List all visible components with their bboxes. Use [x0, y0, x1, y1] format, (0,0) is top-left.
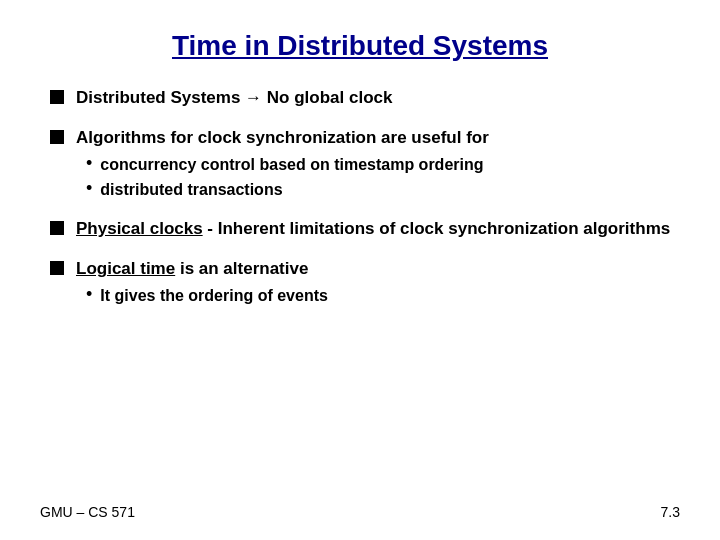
sub-bullet-dot-2-2: •	[86, 177, 92, 200]
bullet-text-3-rest: - Inherent limitations of clock synchron…	[203, 219, 671, 238]
bullet-item-3: Physical clocks - Inherent limitations o…	[50, 217, 680, 241]
bullet-item-2: Algorithms for clock synchronization are…	[50, 126, 680, 202]
sub-bullet-2-1: • concurrency control based on timestamp…	[76, 154, 489, 176]
sub-bullet-dot-4-1: •	[86, 283, 92, 306]
footer: GMU – CS 571 7.3	[40, 494, 680, 520]
sub-bullets-2: • concurrency control based on timestamp…	[76, 154, 489, 202]
content-area: Distributed Systems → No global clock Al…	[40, 86, 680, 494]
bullet-text-3: Physical clocks - Inherent limitations o…	[76, 217, 670, 241]
bullet-text-4-rest: is an alternative	[175, 259, 308, 278]
bullet-square-4	[50, 261, 64, 275]
sub-bullet-4-1: • It gives the ordering of events	[76, 285, 328, 307]
sub-bullets-4: • It gives the ordering of events	[76, 285, 328, 307]
sub-bullet-text-2-2: distributed transactions	[100, 179, 282, 201]
bullet-text-2: Algorithms for clock synchronization are…	[76, 126, 489, 150]
bullet-text-1: Distributed Systems → No global clock	[76, 86, 392, 110]
sub-bullet-dot-2-1: •	[86, 152, 92, 175]
sub-bullet-text-4-1: It gives the ordering of events	[100, 285, 328, 307]
footer-right: 7.3	[661, 504, 680, 520]
bullet-text-3-underlined: Physical clocks	[76, 219, 203, 238]
bullet-item-4: Logical time is an alternative • It give…	[50, 257, 680, 307]
bullet-square-3	[50, 221, 64, 235]
sub-bullet-text-2-1: concurrency control based on timestamp o…	[100, 154, 483, 176]
bullet-item-1: Distributed Systems → No global clock	[50, 86, 680, 110]
bullet-text-4: Logical time is an alternative	[76, 257, 328, 281]
bullet-square-1	[50, 90, 64, 104]
slide: Time in Distributed Systems Distributed …	[0, 0, 720, 540]
footer-left: GMU – CS 571	[40, 504, 135, 520]
bullet-square-2	[50, 130, 64, 144]
slide-title: Time in Distributed Systems	[40, 30, 680, 62]
sub-bullet-2-2: • distributed transactions	[76, 179, 489, 201]
bullet-text-4-underlined: Logical time	[76, 259, 175, 278]
